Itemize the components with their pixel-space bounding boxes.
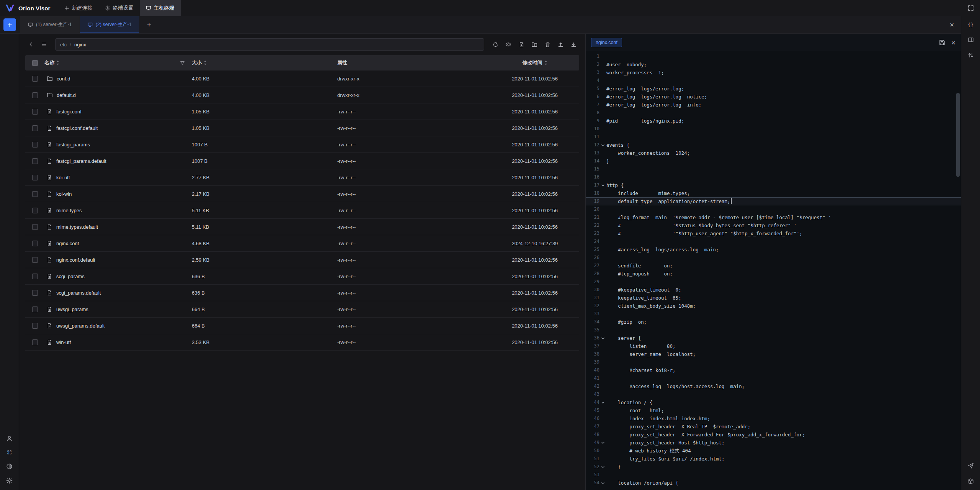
- code-line[interactable]: 31 keepalive_timeout 65;: [586, 294, 961, 302]
- filter-funnel-icon[interactable]: [180, 61, 185, 66]
- code-line[interactable]: 29: [586, 278, 961, 286]
- code-line[interactable]: 54 location /orion/api {: [586, 479, 961, 487]
- download-icon[interactable]: [568, 39, 579, 50]
- code-line[interactable]: 2#user nobody;: [586, 61, 961, 69]
- file-name[interactable]: nginx.conf.default: [56, 257, 95, 263]
- panel-toggle-icon[interactable]: [968, 37, 974, 43]
- row-checkbox[interactable]: [32, 290, 38, 296]
- table-row[interactable]: uwsgi_params.default664 B-rw-r--r--2020-…: [25, 318, 579, 334]
- code-line[interactable]: 46 index index.html index.htm;: [586, 415, 961, 423]
- code-line[interactable]: 40 #charset koi8-r;: [586, 366, 961, 374]
- code-line[interactable]: 23 # '"$http_user_agent" "$http_x_forwar…: [586, 229, 961, 238]
- column-header-mtime[interactable]: 修改时间: [490, 59, 579, 66]
- code-line[interactable]: 43: [586, 390, 961, 398]
- close-editor-icon[interactable]: ×: [951, 39, 956, 46]
- code-line[interactable]: 5#error_log logs/error.log;: [586, 85, 961, 93]
- list-view-icon[interactable]: [38, 39, 50, 50]
- row-checkbox[interactable]: [32, 339, 38, 345]
- table-row[interactable]: mime.types5.11 KB-rw-r--r--2020-11-01 10…: [25, 202, 579, 219]
- code-line[interactable]: 20: [586, 205, 961, 213]
- code-line[interactable]: 6#error_log logs/error.log notice;: [586, 93, 961, 101]
- nav-new-connection[interactable]: 新建连接: [58, 0, 99, 16]
- code-line[interactable]: 17http {: [586, 181, 961, 189]
- file-name[interactable]: conf.d: [57, 76, 70, 82]
- code-line[interactable]: 4: [586, 77, 961, 85]
- file-name[interactable]: koi-win: [56, 191, 72, 197]
- row-checkbox[interactable]: [32, 257, 38, 263]
- code-line[interactable]: 28 #tcp_nopush on;: [586, 270, 961, 278]
- fold-chevron-icon[interactable]: [599, 181, 606, 189]
- column-header-attr[interactable]: 属性: [337, 59, 490, 66]
- code-line[interactable]: 41: [586, 374, 961, 382]
- code-line[interactable]: 50 # web history 模式 404: [586, 447, 961, 455]
- row-checkbox[interactable]: [32, 208, 38, 213]
- refresh-icon[interactable]: [490, 39, 501, 50]
- file-name[interactable]: scgi_params.default: [56, 290, 101, 296]
- terminal-tab[interactable]: (2) server-生产-1: [80, 16, 140, 33]
- fullscreen-icon[interactable]: [968, 5, 974, 11]
- code-line[interactable]: 53: [586, 471, 961, 479]
- code-line[interactable]: 30 #keepalive_timeout 0;: [586, 286, 961, 294]
- show-hidden-eye-icon[interactable]: [503, 39, 514, 50]
- code-line[interactable]: 8: [586, 109, 961, 117]
- table-row[interactable]: fastcgi_params.default1007 B-rw-r--r--20…: [25, 153, 579, 169]
- nav-host-terminal[interactable]: 主机终端: [140, 0, 181, 16]
- row-checkbox[interactable]: [32, 158, 38, 164]
- code-line[interactable]: 35: [586, 326, 961, 334]
- code-line[interactable]: 22 # '$status $body_bytes_sent "$http_re…: [586, 221, 961, 229]
- code-line[interactable]: 38 server_name localhost;: [586, 350, 961, 358]
- row-checkbox[interactable]: [32, 92, 38, 98]
- code-line[interactable]: 47 proxy_set_header X-Real-IP $remote_ad…: [586, 423, 961, 431]
- row-checkbox[interactable]: [32, 109, 38, 115]
- table-row[interactable]: uwsgi_params664 B-rw-r--r--2020-11-01 10…: [25, 301, 579, 318]
- code-line[interactable]: 13 worker_connections 1024;: [586, 149, 961, 157]
- fold-chevron-icon[interactable]: [599, 141, 606, 149]
- column-header-name[interactable]: 名称: [44, 59, 192, 66]
- terminal-tab[interactable]: (1) server-生产-1: [20, 16, 80, 33]
- file-name[interactable]: win-utf: [56, 339, 71, 345]
- table-row[interactable]: default.d4.00 KBdrwxr-xr-x2020-11-01 10:…: [25, 87, 579, 103]
- row-checkbox[interactable]: [32, 323, 38, 329]
- table-row[interactable]: koi-utf2.77 KB-rw-r--r--2020-11-01 10:02…: [25, 169, 579, 186]
- code-line[interactable]: 32 client_max_body_size 1048m;: [586, 302, 961, 310]
- code-line[interactable]: 25 #access_log logs/access.log main;: [586, 246, 961, 254]
- fold-chevron-icon[interactable]: [599, 463, 606, 471]
- table-row[interactable]: fastcgi_params1007 B-rw-r--r--2020-11-01…: [25, 136, 579, 153]
- table-row[interactable]: nginx.conf4.68 KB-rw-r--r--2024-12-10 16…: [25, 235, 579, 252]
- code-line[interactable]: 3worker_processes 1;: [586, 69, 961, 77]
- file-name[interactable]: fastcgi_params: [56, 142, 90, 147]
- row-checkbox[interactable]: [32, 175, 38, 180]
- user-icon[interactable]: [6, 435, 13, 442]
- sort-transfer-icon[interactable]: [968, 52, 974, 58]
- code-line[interactable]: 21 #log_format main '$remote_addr - $rem…: [586, 213, 961, 221]
- fold-chevron-icon[interactable]: [599, 398, 606, 406]
- code-line[interactable]: 12events {: [586, 141, 961, 149]
- code-line[interactable]: 45 root html;: [586, 406, 961, 415]
- command-icon[interactable]: ⌘: [7, 449, 12, 456]
- close-panel-icon[interactable]: ×: [943, 21, 961, 29]
- row-checkbox[interactable]: [32, 125, 38, 131]
- file-name[interactable]: mime.types.default: [56, 224, 98, 230]
- code-line[interactable]: 16: [586, 173, 961, 181]
- theme-icon[interactable]: [6, 463, 13, 470]
- code-line[interactable]: 27 sendfile on;: [586, 262, 961, 270]
- table-row[interactable]: fastcgi.conf.default1.05 KB-rw-r--r--202…: [25, 120, 579, 136]
- code-line[interactable]: 44 location / {: [586, 398, 961, 406]
- code-line[interactable]: 36 server {: [586, 334, 961, 342]
- sort-carets-icon[interactable]: [56, 60, 59, 66]
- editor-scrollbar-thumb[interactable]: [956, 93, 960, 177]
- code-line[interactable]: 14}: [586, 157, 961, 165]
- row-checkbox[interactable]: [32, 76, 38, 82]
- file-name[interactable]: mime.types: [56, 208, 82, 213]
- code-line[interactable]: 1: [586, 52, 961, 61]
- code-line[interactable]: 15: [586, 165, 961, 173]
- row-checkbox[interactable]: [32, 241, 38, 246]
- column-header-size[interactable]: 大小: [192, 59, 337, 66]
- select-all-checkbox[interactable]: [32, 60, 38, 66]
- file-name[interactable]: fastcgi.conf.default: [56, 125, 98, 131]
- fold-chevron-icon[interactable]: [599, 439, 606, 447]
- code-line[interactable]: 42 #access_log logs/host.access.log main…: [586, 382, 961, 390]
- sort-carets-icon[interactable]: [544, 60, 547, 66]
- code-line[interactable]: 18 include mime.types;: [586, 189, 961, 197]
- file-name[interactable]: scgi_params: [56, 274, 85, 279]
